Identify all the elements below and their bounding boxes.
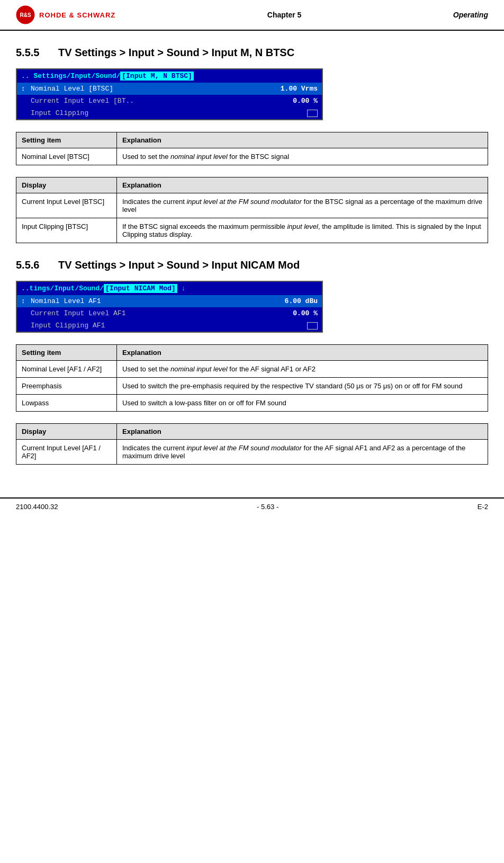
header-operating: Operating: [453, 11, 488, 19]
screen-556-row-1: ↕ Nominal Level AF1 6.00 dBu: [17, 295, 322, 307]
display-table-555-col1-header: Display: [16, 177, 117, 193]
screen-555-row2-label: Current Input Level [BT..: [31, 97, 293, 105]
setting-556-row1-explanation: Used to set the nominal input level for …: [117, 361, 488, 378]
screen-556-row-3: Input Clipping AF1: [17, 319, 322, 332]
display-table-556-table: Display Explanation Current Input Level …: [16, 423, 488, 465]
setting-556-row3-explanation: Used to switch a low-pass filter on or o…: [117, 395, 488, 412]
display-table-555-table: Display Explanation Current Input Level …: [16, 177, 488, 243]
setting-table-555-table: Setting item Explanation Nominal Level […: [16, 132, 488, 165]
display-table-556-col2-header: Explanation: [117, 424, 488, 440]
setting-table-555-col2-header: Explanation: [117, 132, 488, 148]
screen-555-row1-value: 1.00 Vrms: [281, 85, 318, 93]
display-table-555-col2-header: Explanation: [117, 177, 488, 193]
screen-555-path-highlight: [Input M, N BTSC]: [120, 72, 194, 81]
setting-555-row1-item: Nominal Level [BTSC]: [16, 148, 117, 165]
screen-555-titlebar: .. Settings/Input/Sound/[Input M, N BTSC…: [17, 69, 322, 83]
setting-table-556-col1-header: Setting item: [16, 345, 117, 361]
screen-556: ..tings/Input/Sound/[Input NICAM Mod] ↓ …: [16, 281, 323, 333]
table-row: Current Input Level [BTSC] Indicates the…: [16, 193, 488, 218]
screen-556-row2-label: Current Input Level AF1: [31, 309, 293, 317]
table-row: Current Input Level [AF1 / AF2] Indicate…: [16, 440, 488, 465]
setting-556-row1-item: Nominal Level [AF1 / AF2]: [16, 361, 117, 378]
screen-556-row3-label: Input Clipping AF1: [31, 322, 307, 330]
main-content: 5.5.5 TV Settings > Input > Sound > Inpu…: [0, 31, 504, 487]
logo-area: R&S ROHDE & SCHWARZ: [16, 5, 115, 24]
rs-logo-icon: R&S: [16, 5, 35, 24]
logo-text: ROHDE & SCHWARZ: [39, 11, 115, 19]
screen-555: .. Settings/Input/Sound/[Input M, N BTSC…: [16, 68, 323, 120]
footer-left: 2100.4400.32: [16, 503, 58, 511]
setting-table-556: Setting item Explanation Nominal Level […: [16, 344, 488, 412]
section-555-title: TV Settings > Input > Sound > Input M, N…: [58, 47, 294, 58]
footer-right: E-2: [478, 503, 488, 511]
screen-555-row1-icon: ↕: [21, 85, 31, 93]
setting-555-row1-explanation: Used to set the nominal input level for …: [117, 148, 488, 165]
display-table-556-col1-header: Display: [16, 424, 117, 440]
setting-556-row2-explanation: Used to switch the pre-emphasis required…: [117, 378, 488, 395]
screen-555-row-3: Input Clipping: [17, 107, 322, 119]
display-555-row1-explanation: Indicates the current input level at the…: [117, 193, 488, 218]
display-555-row1-item: Current Input Level [BTSC]: [16, 193, 117, 218]
screen-556-titlebar: ..tings/Input/Sound/[Input NICAM Mod] ↓: [17, 282, 322, 295]
table-row: Nominal Level [AF1 / AF2] Used to set th…: [16, 361, 488, 378]
section-556-title: TV Settings > Input > Sound > Input NICA…: [58, 259, 300, 271]
display-556-row1-explanation: Indicates the current input level at the…: [117, 440, 488, 465]
page-header: R&S ROHDE & SCHWARZ Chapter 5 Operating: [0, 0, 504, 31]
screen-556-path-normal: ..tings/Input/Sound/: [21, 284, 104, 292]
screen-556-row1-label: Nominal Level AF1: [31, 297, 285, 305]
screen-556-row-2: Current Input Level AF1 0.00 %: [17, 307, 322, 319]
setting-556-row3-item: Lowpass: [16, 395, 117, 412]
svg-text:R&S: R&S: [20, 12, 31, 18]
display-table-556: Display Explanation Current Input Level …: [16, 423, 488, 465]
display-556-row1-item: Current Input Level [AF1 / AF2]: [16, 440, 117, 465]
setting-table-556-col2-header: Explanation: [117, 345, 488, 361]
screen-555-row3-checkbox: [307, 110, 318, 117]
setting-556-row2-item: Preemphasis: [16, 378, 117, 395]
table-row: Preemphasis Used to switch the pre-empha…: [16, 378, 488, 395]
screen-555-row-1: ↕ Nominal Level [BTSC] 1.00 Vrms: [17, 83, 322, 95]
display-table-555: Display Explanation Current Input Level …: [16, 177, 488, 243]
screen-555-row1-label: Nominal Level [BTSC]: [31, 85, 281, 93]
screen-556-row2-value: 0.00 %: [293, 309, 318, 317]
display-555-row2-explanation: If the BTSC signal exceeds the maximum p…: [117, 218, 488, 243]
page-footer: 2100.4400.32 - 5.63 - E-2: [0, 497, 504, 515]
section-555-heading: 5.5.5 TV Settings > Input > Sound > Inpu…: [16, 47, 488, 59]
screen-556-row1-icon: ↕: [21, 297, 31, 305]
table-row: Nominal Level [BTSC] Used to set the nom…: [16, 148, 488, 165]
screen-556-path-arrow: ↓: [177, 284, 186, 292]
section-555-number: 5.5.5: [16, 47, 39, 58]
footer-center: - 5.63 -: [257, 503, 278, 511]
header-chapter: Chapter 5: [267, 11, 302, 19]
screen-555-row2-value: 0.00 %: [293, 97, 318, 105]
display-555-row2-item: Input Clipping [BTSC]: [16, 218, 117, 243]
screen-555-row-2: Current Input Level [BT.. 0.00 %: [17, 95, 322, 107]
section-556-heading: 5.5.6 TV Settings > Input > Sound > Inpu…: [16, 259, 488, 271]
screen-556-path-highlight: [Input NICAM Mod]: [104, 284, 177, 293]
setting-table-555: Setting item Explanation Nominal Level […: [16, 132, 488, 165]
screen-556-row1-value: 6.00 dBu: [285, 297, 318, 305]
screen-556-row3-checkbox: [307, 322, 318, 330]
table-row: Input Clipping [BTSC] If the BTSC signal…: [16, 218, 488, 243]
screen-555-row3-label: Input Clipping: [31, 109, 307, 117]
section-556-number: 5.5.6: [16, 259, 39, 271]
setting-table-556-table: Setting item Explanation Nominal Level […: [16, 344, 488, 412]
setting-table-555-col1-header: Setting item: [16, 132, 117, 148]
table-row: Lowpass Used to switch a low-pass filter…: [16, 395, 488, 412]
screen-555-path-normal: .. Settings/Input/Sound/: [21, 72, 120, 80]
